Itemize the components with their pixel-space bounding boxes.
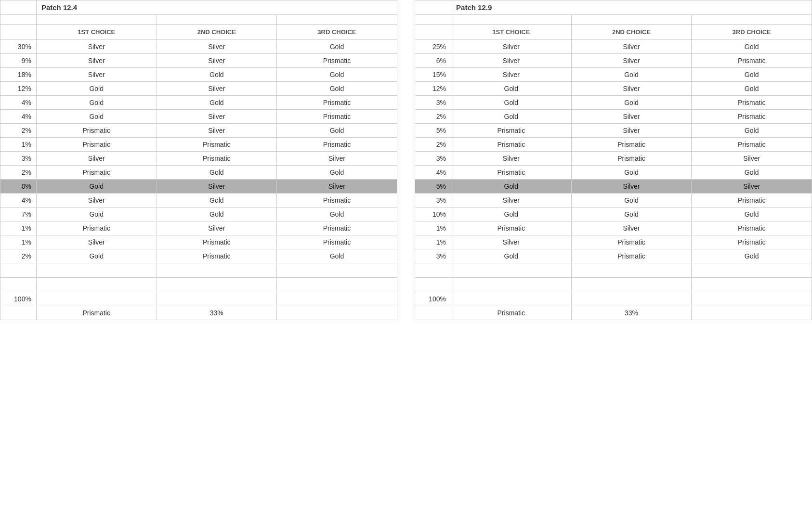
table-row: 12%GoldSilverGold12%GoldSilverGold [0, 82, 812, 96]
table-row: 30%SilverSilverGold25%SilverSilverGold [0, 40, 812, 54]
patch-header-row: Patch 12.4 Patch 12.9 [0, 0, 812, 15]
patch2-col3-header: 3RD CHOICE [692, 25, 812, 40]
table-row: 2%PrismaticSilverGold5%PrismaticSilverGo… [0, 124, 812, 138]
empty-row-2 [0, 278, 812, 292]
summary-row: Prismatic33%Prismatic33% [0, 306, 812, 320]
corner-cell2 [415, 0, 451, 15]
spacer-row [0, 15, 812, 25]
patch2-col1-header: 1ST CHOICE [451, 25, 572, 40]
spacer1 [397, 0, 415, 15]
table-row: 4%GoldGoldPrismatic3%GoldGoldPrismatic [0, 96, 812, 110]
table-row: 4%SilverGoldPrismatic3%SilverGoldPrismat… [0, 194, 812, 207]
table-row: 9%SilverSilverPrismatic6%SilverSilverPri… [0, 54, 812, 68]
patch1-col2-header: 2ND CHOICE [157, 25, 277, 40]
main-container: Patch 12.4 Patch 12.9 1ST CHOICE 2ND CHO… [0, 0, 812, 320]
table-row: 1%PrismaticPrismaticPrismatic2%Prismatic… [0, 138, 812, 152]
patch2-col2-header: 2ND CHOICE [571, 25, 692, 40]
table-row: 2%PrismaticGoldGold4%PrismaticGoldGold [0, 166, 812, 180]
patch1-col3-header: 3RD CHOICE [277, 25, 397, 40]
corner-cell [0, 0, 37, 15]
patch1-col1-header: 1ST CHOICE [36, 25, 157, 40]
table-row: 0%GoldSilverSilver5%GoldSilverSilver [0, 180, 812, 194]
table-row: 4%GoldSilverPrismatic2%GoldSilverPrismat… [0, 110, 812, 124]
table-row: 1%SilverPrismaticPrismatic1%SilverPrisma… [0, 235, 812, 249]
table-row: 7%GoldGoldGold10%GoldGoldGold [0, 207, 812, 221]
comparison-table: Patch 12.4 Patch 12.9 1ST CHOICE 2ND CHO… [0, 0, 812, 320]
patch1-title: Patch 12.4 [36, 0, 397, 15]
table-row: 1%PrismaticSilverPrismatic1%PrismaticSil… [0, 221, 812, 235]
empty-row-1 [0, 263, 812, 278]
table-row: 18%SilverGoldGold15%SilverGoldGold [0, 68, 812, 82]
total-row: 100%100% [0, 292, 812, 306]
patch2-title: Patch 12.9 [451, 0, 812, 15]
table-row: 3%SilverPrismaticSilver3%SilverPrismatic… [0, 152, 812, 166]
col-header-row: 1ST CHOICE 2ND CHOICE 3RD CHOICE 1ST CHO… [0, 25, 812, 40]
table-row: 2%GoldPrismaticGold3%GoldPrismaticGold [0, 249, 812, 263]
